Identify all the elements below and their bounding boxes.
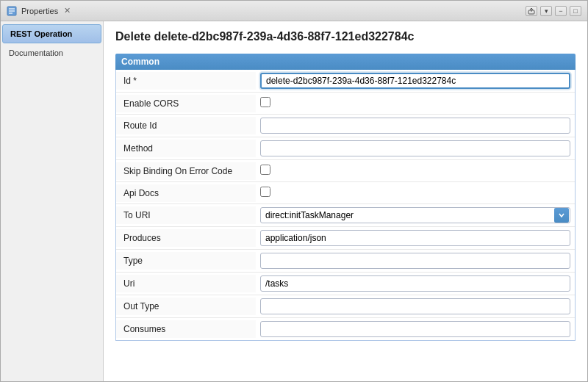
uri-value <box>256 273 575 295</box>
minimize-button[interactable]: − <box>555 6 567 16</box>
id-value <box>256 70 575 92</box>
api-docs-value <box>256 184 575 202</box>
route-id-value <box>256 115 575 137</box>
out-type-field[interactable] <box>260 298 570 314</box>
method-field[interactable] <box>260 140 570 156</box>
method-label: Method <box>116 140 256 157</box>
section-header: Common <box>115 54 576 70</box>
produces-field[interactable] <box>260 230 570 246</box>
title-bar: Properties ✕ ▾ − □ <box>1 1 587 21</box>
form-row-produces: Produces <box>116 227 575 250</box>
properties-window: Properties ✕ ▾ − □ REST Operation Docume… <box>0 0 588 382</box>
consumes-field[interactable] <box>260 321 570 337</box>
page-title: Delete delete-d2bc987f-239a-4d36-88f7-12… <box>115 30 576 43</box>
close-icon[interactable]: ✕ <box>64 6 71 15</box>
form-row-skip-binding: Skip Binding On Error Code <box>116 160 575 182</box>
form-container: Id * Enable CORS Route Id <box>115 70 576 341</box>
uri-label: Uri <box>116 275 256 292</box>
out-type-label: Out Type <box>116 298 256 315</box>
skip-binding-value <box>256 162 575 180</box>
chevron-icon <box>558 212 565 219</box>
consumes-value <box>256 318 575 340</box>
out-type-value <box>256 295 575 317</box>
content-area: REST Operation Documentation Delete dele… <box>1 21 587 381</box>
sidebar-item-rest-operation[interactable]: REST Operation <box>2 24 101 43</box>
route-id-label: Route Id <box>116 117 256 134</box>
restore-button[interactable]: □ <box>570 6 581 16</box>
form-row-enable-cors: Enable CORS <box>116 93 575 115</box>
route-id-field[interactable] <box>260 118 570 134</box>
to-uri-label: To URI <box>116 206 256 224</box>
form-row-to-uri: To URI <box>116 204 575 227</box>
sidebar: REST Operation Documentation <box>1 21 104 381</box>
dropdown-button[interactable]: ▾ <box>540 6 552 16</box>
api-docs-label: Api Docs <box>116 184 256 202</box>
type-value <box>256 250 575 272</box>
form-row-consumes: Consumes <box>116 318 575 340</box>
form-row-api-docs: Api Docs <box>116 182 575 204</box>
form-row-uri: Uri <box>116 273 575 295</box>
id-label: Id * <box>116 72 256 90</box>
export-button[interactable] <box>526 6 537 16</box>
main-panel: Delete delete-d2bc987f-239a-4d36-88f7-12… <box>104 21 587 381</box>
form-row-route-id: Route Id <box>116 115 575 137</box>
produces-label: Produces <box>116 229 256 247</box>
id-field[interactable] <box>260 73 570 89</box>
type-field[interactable] <box>260 253 570 269</box>
method-value <box>256 137 575 159</box>
produces-value <box>256 227 575 249</box>
sidebar-item-documentation[interactable]: Documentation <box>1 43 103 62</box>
enable-cors-value <box>256 94 575 112</box>
uri-field[interactable] <box>260 275 570 292</box>
enable-cors-checkbox[interactable] <box>260 97 270 107</box>
skip-binding-checkbox[interactable] <box>260 165 270 175</box>
window-controls: ▾ − □ <box>526 6 581 16</box>
skip-binding-label: Skip Binding On Error Code <box>116 162 256 180</box>
form-row-id: Id * <box>116 70 575 93</box>
to-uri-field[interactable] <box>260 207 570 223</box>
form-row-out-type: Out Type <box>116 295 575 318</box>
window-title: Properties <box>21 7 58 15</box>
form-row-type: Type <box>116 250 575 273</box>
to-uri-dropdown-button[interactable] <box>554 208 569 223</box>
type-label: Type <box>116 252 256 270</box>
enable-cors-label: Enable CORS <box>116 95 256 112</box>
form-row-method: Method <box>116 137 575 160</box>
properties-icon <box>7 6 17 16</box>
consumes-label: Consumes <box>116 320 256 338</box>
to-uri-value <box>256 204 575 226</box>
to-uri-select-wrap <box>260 207 570 223</box>
api-docs-checkbox[interactable] <box>260 187 270 197</box>
